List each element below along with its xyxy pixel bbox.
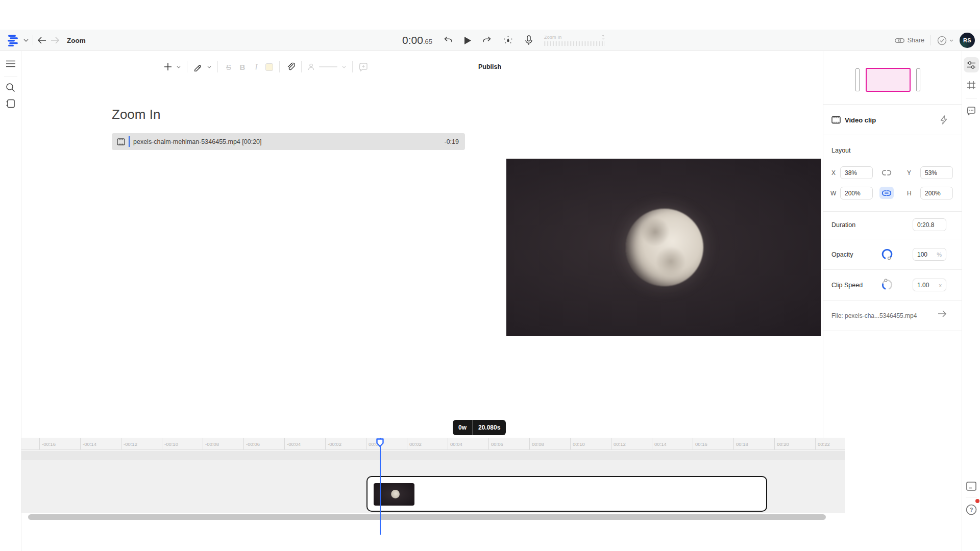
toggle-bottom-panel-icon[interactable] <box>964 479 979 494</box>
panel-header: Video clip <box>845 116 876 124</box>
w-field-label: W <box>830 190 836 197</box>
rail-divider <box>966 497 977 497</box>
opacity-input-wrap[interactable]: % <box>913 248 946 261</box>
share-label: Share <box>908 37 924 44</box>
publish-button[interactable]: Publish <box>478 63 501 70</box>
search-icon[interactable] <box>6 83 16 92</box>
add-block-chevron-icon[interactable] <box>177 66 181 68</box>
clip-remaining-time: -0:19 <box>445 138 459 145</box>
recording-track-widget[interactable]: Zoom In <box>544 35 605 46</box>
enhance-sparkle-icon[interactable] <box>503 35 513 45</box>
mic-icon[interactable] <box>524 35 533 45</box>
add-block-button[interactable] <box>164 63 172 71</box>
thumbnail-moon <box>391 490 400 498</box>
video-canvas[interactable] <box>506 159 821 336</box>
sync-status-button[interactable] <box>937 36 953 45</box>
timeline-ruler[interactable]: -00:18-00:16-00:14-00:12-00:10-00:08-00:… <box>21 438 845 450</box>
properties-panel: Video clip Layout X Y W H <box>823 51 962 438</box>
topbar: Zoom 0:00.65 <box>0 30 980 51</box>
speaker-chevron-icon <box>342 66 346 68</box>
share-button[interactable]: Share <box>895 37 924 44</box>
avatar[interactable]: RS <box>960 33 975 48</box>
forward-button[interactable] <box>51 37 60 44</box>
comments-bubble-icon[interactable] <box>964 103 979 118</box>
layout-templates-icon[interactable] <box>964 78 979 93</box>
back-button[interactable] <box>37 37 46 44</box>
timeline-clip[interactable] <box>366 476 767 512</box>
timeline-scrollbar[interactable] <box>28 514 826 520</box>
panel-divider <box>823 269 962 270</box>
y-field-label: Y <box>907 169 911 177</box>
rail-divider <box>966 98 977 98</box>
right-icon-rail: ? <box>962 51 980 551</box>
descript-app: Zoom 0:00.65 <box>0 0 980 551</box>
video-clip-icon <box>831 116 841 124</box>
playhead-line <box>380 438 381 535</box>
sidebar-divider <box>4 77 17 77</box>
link-wh-icon[interactable] <box>879 187 894 199</box>
layout-section-label: Layout <box>831 147 851 154</box>
chevron-down-icon <box>949 39 953 42</box>
h-input[interactable] <box>920 187 953 199</box>
toolbar-divider <box>352 61 353 72</box>
share-link-icon <box>895 37 904 44</box>
compose-chevron-icon[interactable] <box>207 66 211 68</box>
menu-icon[interactable] <box>6 60 16 67</box>
scene-prev-thumb[interactable] <box>855 68 860 91</box>
tooltip-word-count: 0w <box>453 424 472 431</box>
open-file-arrow-icon[interactable] <box>938 310 947 317</box>
project-title: Zoom <box>67 37 86 44</box>
timecode-fraction: .65 <box>423 38 432 45</box>
undo-icon[interactable] <box>443 36 453 45</box>
scene-current-thumb[interactable] <box>866 68 911 92</box>
doc-toolbar: S B I <box>164 60 368 74</box>
clip-actions-bolt-icon[interactable] <box>940 115 948 124</box>
script-editor: S B I Publish Zoom In <box>22 52 506 438</box>
properties-sliders-icon[interactable] <box>964 57 979 72</box>
duration-input[interactable] <box>913 218 946 231</box>
clip-speed-label: Clip Speed <box>831 282 863 289</box>
clip-speed-input[interactable] <box>917 282 939 289</box>
comment-icon[interactable] <box>359 63 368 71</box>
x-input[interactable] <box>840 166 873 179</box>
topbar-divider <box>33 35 33 45</box>
timeline-script-band <box>21 450 845 460</box>
y-input[interactable] <box>920 166 953 179</box>
toolbar-divider <box>279 61 280 72</box>
toolbar-divider <box>301 61 302 72</box>
opacity-knob[interactable] <box>880 247 894 261</box>
script-title[interactable]: Zoom In <box>112 107 160 122</box>
playhead-marker[interactable] <box>376 438 384 447</box>
help-button[interactable]: ? <box>964 502 979 517</box>
clip-speed-knob[interactable] <box>880 278 894 291</box>
logo-chevron-down-icon[interactable] <box>23 39 29 42</box>
timecode-main: 0:00 <box>402 34 423 46</box>
panel-divider <box>823 331 962 331</box>
panel-divider <box>823 211 962 212</box>
play-button[interactable] <box>463 36 472 45</box>
bold-button[interactable]: B <box>238 63 247 71</box>
script-clip-row[interactable]: pexels-chaim-mehlman-5346455.mp4 [00:20]… <box>112 133 465 150</box>
compose-pen-icon[interactable] <box>193 62 203 71</box>
w-input[interactable] <box>840 187 873 199</box>
speaker-label-icon[interactable] <box>308 63 314 70</box>
scene-next-thumb[interactable] <box>916 68 920 91</box>
check-circle-icon <box>937 36 947 45</box>
redo-icon[interactable] <box>482 36 492 45</box>
opacity-input[interactable] <box>917 251 937 258</box>
app-logo[interactable] <box>6 34 19 47</box>
file-label: File: pexels-cha...5346455.mp4 <box>831 312 917 319</box>
link-xy-icon[interactable] <box>879 166 894 179</box>
attach-paperclip-icon[interactable] <box>286 62 295 71</box>
text-cursor <box>129 136 130 147</box>
sync-icon <box>601 35 605 40</box>
moon-image <box>626 209 703 286</box>
opacity-unit: % <box>937 252 942 258</box>
clip-speed-input-wrap[interactable]: x <box>913 279 946 291</box>
notes-icon[interactable] <box>6 99 16 108</box>
timeline-tooltip: 0w 20.080s <box>453 420 506 435</box>
italic-button[interactable]: I <box>252 63 261 71</box>
strikethrough-button[interactable]: S <box>224 63 233 71</box>
highlight-button[interactable] <box>265 63 273 71</box>
h-field-label: H <box>907 190 912 197</box>
